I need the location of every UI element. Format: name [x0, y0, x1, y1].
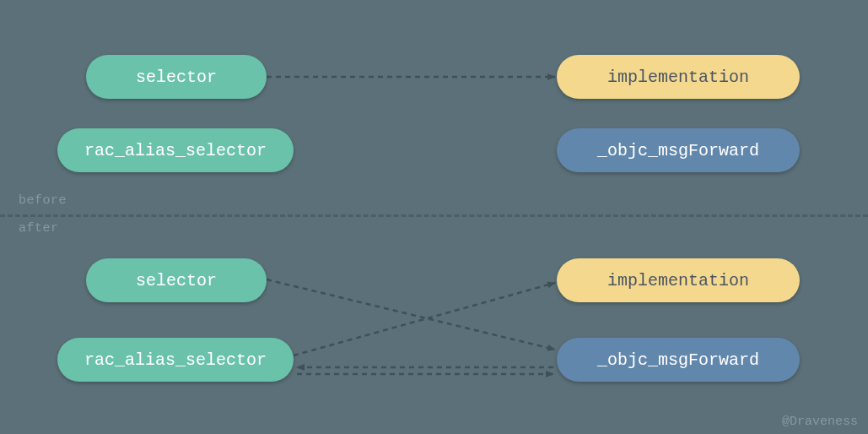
- divider-before-label: before: [19, 193, 67, 208]
- node-label: implementation: [607, 68, 749, 87]
- node-label: selector: [136, 271, 217, 290]
- node-before-implementation: implementation: [557, 55, 800, 99]
- node-label: _objc_msgForward: [597, 350, 759, 370]
- arrow-after-rac-to-implementation: [294, 283, 555, 355]
- diagram-canvas: selector implementation rac_alias_select…: [0, 0, 868, 434]
- credit-label: @Draveness: [782, 415, 858, 429]
- node-label: _objc_msgForward: [597, 141, 759, 160]
- node-before-selector: selector: [86, 55, 267, 99]
- node-label: rac_alias_selector: [84, 141, 267, 160]
- node-label: rac_alias_selector: [84, 350, 267, 370]
- node-before-objc-msgforward: _objc_msgForward: [557, 128, 800, 172]
- node-after-implementation: implementation: [557, 258, 800, 302]
- node-after-rac-alias-selector: rac_alias_selector: [57, 338, 294, 382]
- divider-after-label: after: [19, 221, 59, 236]
- node-label: selector: [136, 68, 217, 87]
- node-after-selector: selector: [86, 258, 267, 302]
- node-label: implementation: [607, 271, 749, 290]
- node-after-objc-msgforward: _objc_msgForward: [557, 338, 800, 382]
- divider-line: [0, 214, 868, 217]
- arrow-after-selector-to-msgforward: [267, 279, 555, 350]
- node-before-rac-alias-selector: rac_alias_selector: [57, 128, 294, 172]
